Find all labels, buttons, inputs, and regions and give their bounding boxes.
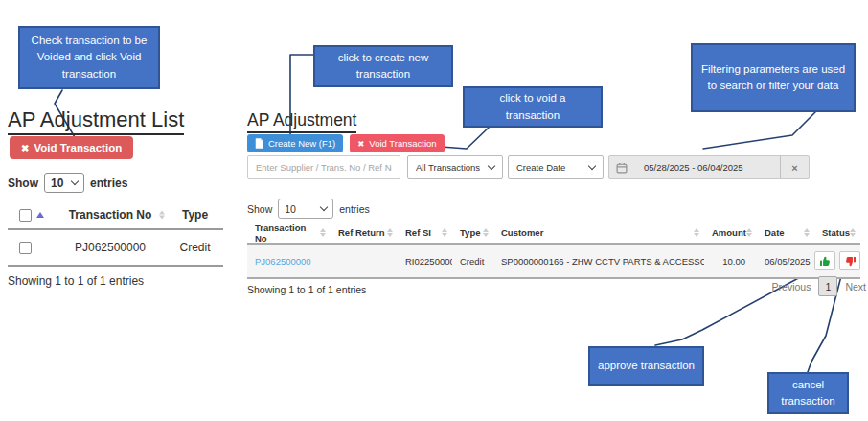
entries-label: entries bbox=[90, 176, 127, 190]
void-button-label: Void Transaction bbox=[34, 142, 122, 153]
column-header-transaction-no[interactable]: Transaction No bbox=[54, 208, 167, 222]
sort-ascending-icon[interactable] bbox=[36, 212, 44, 218]
callout-approve: approve transaction bbox=[588, 346, 704, 386]
cell-ref-si: RI022500004 bbox=[398, 256, 452, 267]
ap-adjustment-table: Transaction No Ref Return Ref SI Type Cu… bbox=[247, 222, 860, 279]
row-checkbox[interactable] bbox=[19, 242, 32, 254]
chevron-down-icon bbox=[71, 177, 79, 185]
thumbs-up-icon bbox=[819, 255, 832, 268]
calendar-button[interactable] bbox=[609, 162, 634, 174]
void-x-icon: ✖ bbox=[21, 143, 29, 153]
cell-date: 06/05/2025 bbox=[757, 256, 814, 267]
create-new-button[interactable]: Create New (F1) bbox=[247, 134, 343, 152]
file-icon bbox=[255, 138, 263, 149]
search-input[interactable] bbox=[247, 155, 400, 179]
entries-label: entries bbox=[339, 203, 370, 215]
column-header-ref-si[interactable]: Ref SI bbox=[398, 227, 452, 238]
screenshot-canvas: Check transaction to be Voided and click… bbox=[0, 0, 868, 421]
arrow-filtering bbox=[703, 112, 815, 149]
pagination-next[interactable]: Next bbox=[845, 281, 866, 292]
sort-icon bbox=[850, 228, 856, 237]
thumbs-down-icon bbox=[844, 255, 857, 268]
sort-icon bbox=[483, 228, 489, 237]
date-range-value[interactable]: 05/28/2025 - 06/04/2025 bbox=[634, 162, 780, 173]
void-transaction-button-left[interactable]: ✖ Void Transaction bbox=[10, 136, 133, 159]
pagination-page-1[interactable]: 1 bbox=[818, 276, 837, 296]
sort-icon bbox=[694, 228, 699, 237]
callout-cancel: cancel transaction bbox=[767, 372, 849, 414]
column-header-transaction-no[interactable]: Transaction No bbox=[247, 222, 331, 244]
sort-icon bbox=[387, 228, 393, 237]
entries-summary-left: Showing 1 to 1 of 1 entries bbox=[8, 274, 144, 288]
date-type-select[interactable]: Create Date bbox=[508, 155, 604, 179]
callout-check-void: Check transaction to be Voided and click… bbox=[18, 26, 160, 89]
cancel-button[interactable] bbox=[839, 251, 860, 270]
sort-icon bbox=[159, 211, 165, 220]
cell-transaction-no: PJ062500000 bbox=[54, 241, 167, 254]
void-x-icon: ✖ bbox=[357, 139, 364, 149]
column-header-customer[interactable]: Customer bbox=[493, 227, 704, 238]
entries-summary-right: Showing 1 to 1 of 1 entries bbox=[247, 284, 366, 295]
column-header-type[interactable]: Type bbox=[167, 208, 223, 222]
callout-void: click to void a transaction bbox=[463, 86, 603, 128]
cell-amount: 10.00 bbox=[704, 256, 757, 267]
show-label: Show bbox=[247, 203, 272, 215]
callout-create-new: click to create new transaction bbox=[313, 45, 453, 87]
chevron-down-icon bbox=[588, 162, 596, 170]
approve-button[interactable] bbox=[814, 251, 835, 270]
column-header-date[interactable]: Date bbox=[757, 227, 814, 238]
transaction-type-value: All Transactions bbox=[416, 162, 480, 173]
date-type-value: Create Date bbox=[516, 162, 565, 173]
page-size-value: 10 bbox=[51, 176, 63, 190]
show-label: Show bbox=[8, 176, 38, 190]
date-range-field: 05/28/2025 - 06/04/2025 × bbox=[608, 155, 810, 179]
cell-transaction-no-link[interactable]: PJ062500000 bbox=[247, 256, 331, 267]
chevron-down-icon bbox=[488, 162, 495, 170]
create-new-label: Create New (F1) bbox=[268, 138, 335, 149]
pagination-previous[interactable]: Previous bbox=[772, 281, 811, 292]
column-header-status[interactable]: Status bbox=[814, 227, 860, 238]
sort-icon bbox=[746, 228, 752, 237]
chevron-down-icon bbox=[320, 203, 328, 211]
page-size-value: 10 bbox=[285, 203, 296, 215]
column-header-amount[interactable]: Amount bbox=[704, 227, 757, 238]
ap-adjustment-title: AP Adjustment bbox=[247, 110, 356, 133]
transaction-type-select[interactable]: All Transactions bbox=[407, 155, 503, 179]
column-header-ref-return[interactable]: Ref Return bbox=[331, 227, 398, 238]
calendar-icon bbox=[616, 162, 628, 174]
column-header-type[interactable]: Type bbox=[452, 227, 493, 238]
table-header-row: Transaction No Type bbox=[8, 201, 223, 230]
page-size-select-left[interactable]: 10 bbox=[44, 173, 84, 193]
cell-status bbox=[814, 251, 860, 270]
callout-filtering: Filtering parameters are used to search … bbox=[691, 43, 856, 112]
cell-customer: SP0000000166 - ZHW CCTV PARTS & ACCESSOR… bbox=[493, 256, 704, 267]
void-button-label: Void Transaction bbox=[369, 138, 436, 149]
sort-icon bbox=[442, 228, 447, 237]
close-icon: × bbox=[791, 162, 797, 174]
cell-type: Credit bbox=[452, 256, 493, 267]
ap-adjustment-list-title: AP Adjustment List bbox=[8, 107, 184, 135]
cell-type: Credit bbox=[167, 241, 223, 254]
sort-icon bbox=[804, 228, 810, 237]
table-row: PJ062500000 RI022500004 Credit SP0000000… bbox=[247, 245, 860, 279]
table-row: PJ062500000 Credit bbox=[8, 230, 223, 267]
table-header-row: Transaction No Ref Return Ref SI Type Cu… bbox=[247, 222, 860, 245]
pagination: Previous 1 Next bbox=[757, 276, 866, 296]
clear-date-button[interactable]: × bbox=[780, 156, 809, 178]
page-size-select-right[interactable]: 10 bbox=[278, 199, 333, 219]
ap-adjustment-list-table: Transaction No Type PJ062500000 Credit bbox=[8, 201, 223, 267]
sort-icon bbox=[320, 228, 326, 237]
void-transaction-button-right[interactable]: ✖ Void Transaction bbox=[350, 134, 444, 152]
select-all-checkbox[interactable] bbox=[19, 209, 32, 222]
